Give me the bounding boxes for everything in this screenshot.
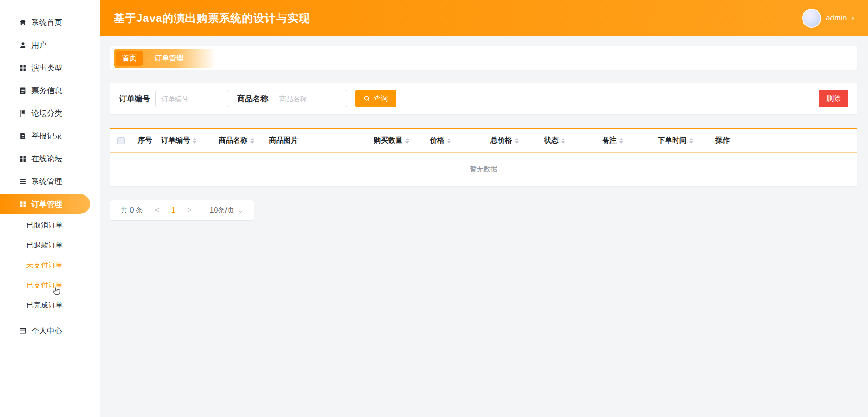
sidebar-item-users[interactable]: 用户 [0, 34, 100, 56]
page-title: 基于Java的演出购票系统的设计与实现 [114, 11, 310, 25]
next-page-button[interactable]: > [187, 206, 192, 215]
breadcrumb-card: 首页 - 订单管理 [110, 46, 857, 70]
sort-icon[interactable] [619, 138, 623, 144]
username: admin [826, 14, 847, 23]
sidebar-item-show-types[interactable]: 演出类型 [0, 56, 100, 79]
col-remark: 备注 [599, 129, 655, 153]
submenu-refunded-orders[interactable]: 已退款订单 [0, 235, 100, 255]
flag-icon [19, 109, 27, 117]
sort-icon[interactable] [405, 138, 409, 144]
orders-table: 序号 订单编号 商品名称 商品图片 购买数量 价格 总价格 状态 备注 下单时间… [110, 129, 857, 186]
pagination-total: 共 0 条 [120, 206, 143, 215]
user-icon [19, 41, 27, 49]
main-area: 基于Java的演出购票系统的设计与实现 admin ▾ 首页 - 订单管理 订单… [100, 0, 868, 417]
order-no-label: 订单编号 [119, 94, 150, 104]
submenu-paid-orders[interactable]: 已支付订单 [0, 275, 100, 295]
col-product-name: 商品名称 [216, 129, 266, 153]
sidebar-item-label: 用户 [31, 40, 47, 50]
submenu-item-label: 已退款订单 [26, 241, 63, 250]
sidebar-item-online-forum[interactable]: 在线论坛 [0, 147, 100, 170]
page-size-select[interactable]: 10条/页 ⌄ [204, 206, 244, 215]
sidebar-item-label: 演出类型 [31, 63, 62, 73]
breadcrumb-current: 订单管理 [155, 54, 184, 63]
sidebar-item-forum-categories[interactable]: 论坛分类 [0, 102, 100, 124]
pagination: 共 0 条 < 1 > 10条/页 ⌄ [110, 200, 254, 221]
order-submenu: 已取消订单 已退款订单 未支付订单 已支付订单 已完成订单 [0, 215, 100, 315]
search-button[interactable]: 查询 [355, 90, 396, 107]
product-name-label: 商品名称 [237, 94, 268, 104]
document-icon [19, 87, 27, 94]
col-total-price: 总价格 [488, 129, 541, 153]
chevron-down-icon: ▾ [851, 15, 854, 22]
delete-button[interactable]: 删除 [819, 90, 848, 107]
sidebar-item-label: 在线论坛 [31, 154, 62, 164]
sidebar-item-label: 论坛分类 [31, 108, 62, 119]
app-root: 系统首页 用户 演出类型 票务信息 论坛分类 举报记录 在线论坛 系统管理 [0, 0, 868, 417]
col-product-image: 商品图片 [266, 129, 371, 153]
sidebar-item-order-mgmt[interactable]: 订单管理 [0, 194, 90, 214]
sort-icon[interactable] [447, 138, 451, 144]
chevron-down-icon: ⌄ [238, 207, 244, 214]
col-actions: 操作 [713, 129, 857, 153]
product-name-input[interactable] [274, 90, 347, 107]
sort-icon[interactable] [193, 138, 196, 144]
report-icon [19, 132, 27, 140]
search-icon [364, 95, 370, 102]
profile-icon [19, 327, 27, 335]
prev-page-button[interactable]: < [155, 206, 160, 215]
sidebar-item-label: 系统管理 [31, 176, 62, 187]
table-header-row: 序号 订单编号 商品名称 商品图片 购买数量 价格 总价格 状态 备注 下单时间… [110, 129, 857, 153]
forum-icon [19, 155, 27, 163]
sidebar-item-label: 举报记录 [31, 131, 62, 141]
sort-icon[interactable] [561, 138, 565, 144]
submenu-item-label: 已完成订单 [26, 301, 63, 310]
col-price: 价格 [427, 129, 488, 153]
col-index: 序号 [132, 129, 158, 153]
grid-icon [19, 64, 27, 72]
avatar [802, 9, 821, 28]
sidebar-item-profile[interactable]: 个人中心 [0, 319, 100, 342]
breadcrumb-separator: - [148, 55, 150, 62]
sidebar-item-label: 个人中心 [31, 326, 62, 336]
submenu-item-label: 已取消订单 [26, 221, 63, 230]
sidebar-item-reports[interactable]: 举报记录 [0, 124, 100, 147]
sidebar-item-tickets[interactable]: 票务信息 [0, 79, 100, 102]
search-button-label: 查询 [374, 94, 388, 104]
order-no-input[interactable] [155, 90, 229, 107]
sidebar-item-label: 系统首页 [31, 17, 62, 28]
select-all-checkbox[interactable] [117, 137, 125, 144]
user-menu[interactable]: admin ▾ [802, 9, 854, 28]
col-status: 状态 [541, 129, 599, 153]
submenu-cancelled-orders[interactable]: 已取消订单 [0, 215, 100, 235]
content: 首页 - 订单管理 订单编号 商品名称 查询 删除 [100, 36, 868, 417]
col-order-time: 下单时间 [655, 129, 713, 153]
submenu-item-label: 未支付订单 [26, 261, 63, 270]
sort-icon[interactable] [689, 138, 693, 144]
sidebar-item-home[interactable]: 系统首页 [0, 11, 100, 34]
sidebar-item-label: 票务信息 [31, 85, 62, 96]
sidebar-item-system-mgmt[interactable]: 系统管理 [0, 170, 100, 193]
submenu-completed-orders[interactable]: 已完成订单 [0, 295, 100, 315]
app-header: 基于Java的演出购票系统的设计与实现 admin ▾ [100, 0, 868, 36]
orders-table-card: 序号 订单编号 商品名称 商品图片 购买数量 价格 总价格 状态 备注 下单时间… [110, 128, 857, 186]
list-icon [19, 178, 27, 185]
filter-bar: 订单编号 商品名称 查询 删除 [110, 83, 857, 114]
sort-icon[interactable] [515, 138, 519, 144]
empty-row: 暂无数据 [110, 153, 857, 186]
sort-icon[interactable] [250, 138, 254, 144]
submenu-item-label: 已支付订单 [26, 281, 63, 290]
page-number[interactable]: 1 [171, 206, 175, 214]
empty-text: 暂无数据 [470, 165, 497, 173]
breadcrumb-home[interactable]: 首页 [116, 51, 143, 66]
sidebar: 系统首页 用户 演出类型 票务信息 论坛分类 举报记录 在线论坛 系统管理 [0, 0, 100, 417]
col-quantity: 购买数量 [371, 129, 427, 153]
col-order-no: 订单编号 [158, 129, 216, 153]
home-icon [19, 19, 27, 26]
page-size-value: 10条/页 [210, 206, 234, 215]
breadcrumb: 首页 - 订单管理 [114, 49, 215, 68]
sidebar-item-label: 订单管理 [31, 199, 62, 209]
submenu-unpaid-orders[interactable]: 未支付订单 [0, 255, 100, 275]
order-icon [19, 200, 27, 208]
